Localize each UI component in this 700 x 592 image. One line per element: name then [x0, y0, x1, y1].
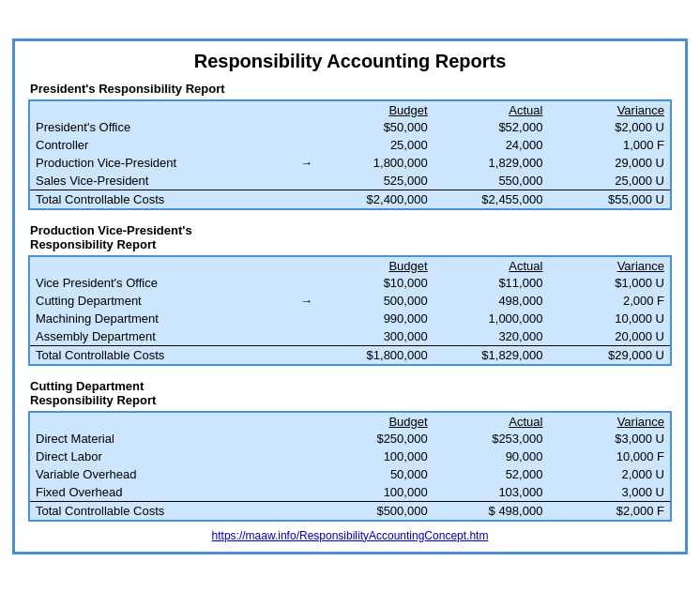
total-budget: $500,000: [318, 501, 434, 520]
row-budget: 100,000: [318, 448, 434, 465]
section2-table: Budget Actual Variance Vice President's …: [30, 257, 670, 364]
row-variance: $2,000 U: [548, 118, 670, 136]
right-arrow-icon: →: [300, 156, 312, 170]
row-actual: 103,000: [434, 483, 549, 502]
row-budget: 990,000: [318, 310, 434, 327]
row-actual: 550,000: [434, 172, 549, 190]
right-arrow-icon: →: [300, 294, 312, 308]
row-variance: 25,000 U: [548, 172, 670, 190]
row-budget: $250,000: [318, 430, 434, 448]
row-variance: 3,000 U: [548, 483, 670, 502]
row-label: Direct Labor: [30, 448, 318, 465]
total-actual: $2,455,000: [434, 190, 549, 208]
total-label: Total Controllable Costs: [30, 190, 318, 208]
row-label: Machining Department: [30, 310, 318, 327]
row-variance: $1,000 U: [548, 274, 670, 292]
section1-header-label: [30, 101, 318, 118]
table-row: Production Vice-President → 1,800,000 1,…: [30, 154, 670, 172]
row-budget: 25,000: [318, 136, 434, 154]
row-actual: 24,000: [434, 136, 549, 154]
row-variance: 10,000 U: [548, 310, 670, 327]
section1-header-budget: Budget: [318, 101, 434, 118]
section2-header-label: [30, 257, 318, 274]
row-budget: 500,000: [318, 292, 434, 310]
row-label: Cutting Department →: [30, 292, 318, 310]
section1-total-row: Total Controllable Costs $2,400,000 $2,4…: [30, 190, 670, 208]
row-variance: 2,000 F: [548, 292, 670, 310]
section2-container: Production Vice-President's Responsibili…: [28, 223, 672, 255]
total-label: Total Controllable Costs: [30, 345, 318, 364]
section1-header-variance: Variance: [548, 101, 670, 118]
table-row: Fixed Overhead 100,000 103,000 3,000 U: [30, 483, 670, 502]
row-label: President's Office: [30, 118, 318, 136]
section2-total-row: Total Controllable Costs $1,800,000 $1,8…: [30, 345, 670, 364]
row-budget: $50,000: [318, 118, 434, 136]
table-row: Direct Material $250,000 $253,000 $3,000…: [30, 430, 670, 448]
section2-header-budget: Budget: [318, 257, 434, 274]
row-budget: 300,000: [318, 327, 434, 346]
row-actual: 90,000: [434, 448, 549, 465]
total-actual: $ 498,000: [434, 501, 549, 520]
row-budget: 100,000: [318, 483, 434, 502]
row-actual: $52,000: [434, 118, 549, 136]
table-row: Sales Vice-President 525,000 550,000 25,…: [30, 172, 670, 190]
row-actual: 498,000: [434, 292, 549, 310]
table-row: Variable Overhead 50,000 52,000 2,000 U: [30, 465, 670, 483]
section3-table-wrapper: Budget Actual Variance Direct Material $…: [28, 411, 672, 522]
section1-table-wrapper: Budget Actual Variance President's Offic…: [28, 99, 672, 210]
total-variance: $55,000 U: [548, 190, 670, 208]
section1-header-row: Budget Actual Variance: [30, 101, 670, 118]
row-label: Vice President's Office: [30, 274, 318, 292]
row-label: Sales Vice-President: [30, 172, 318, 190]
row-label: Direct Material: [30, 430, 318, 448]
table-row: Machining Department 990,000 1,000,000 1…: [30, 310, 670, 327]
section2-header-variance: Variance: [548, 257, 670, 274]
row-actual: 52,000: [434, 465, 549, 483]
section3-label-container: Cutting Department Responsibility Report: [28, 379, 672, 407]
page-container: Responsibility Accounting Reports Presid…: [12, 38, 688, 554]
total-actual: $1,829,000: [434, 345, 549, 364]
table-row: President's Office $50,000 $52,000 $2,00…: [30, 118, 670, 136]
row-actual: 1,000,000: [434, 310, 549, 327]
row-label: Fixed Overhead: [30, 483, 318, 502]
row-label: Variable Overhead: [30, 465, 318, 483]
table-row: Direct Labor 100,000 90,000 10,000 F: [30, 448, 670, 465]
cutting-dept-label: Cutting Department: [36, 294, 142, 308]
section3-header-row: Budget Actual Variance: [30, 413, 670, 430]
row-actual: 1,829,000: [434, 154, 549, 172]
section2-header-actual: Actual: [434, 257, 549, 274]
row-actual: $253,000: [434, 430, 549, 448]
section2-header-row: Budget Actual Variance: [30, 257, 670, 274]
row-actual: 320,000: [434, 327, 549, 346]
section3-header-budget: Budget: [318, 413, 434, 430]
section1-label: President's Responsibility Report: [28, 82, 672, 96]
section3-table: Budget Actual Variance Direct Material $…: [30, 413, 670, 520]
table-row: Vice President's Office $10,000 $11,000 …: [30, 274, 670, 292]
bottom-link[interactable]: https://maaw.info/ResponsibilityAccounti…: [28, 529, 672, 542]
arrow-icon: Production Vice-President: [36, 156, 176, 170]
row-budget: $10,000: [318, 274, 434, 292]
section2-table-wrapper: Budget Actual Variance Vice President's …: [28, 255, 672, 366]
total-variance: $2,000 F: [548, 501, 670, 520]
table-row: Controller 25,000 24,000 1,000 F: [30, 136, 670, 154]
section3-header-actual: Actual: [434, 413, 549, 430]
total-variance: $29,000 U: [548, 345, 670, 364]
row-variance: $3,000 U: [548, 430, 670, 448]
row-label: Controller: [30, 136, 318, 154]
row-variance: 2,000 U: [548, 465, 670, 483]
row-budget: 525,000: [318, 172, 434, 190]
section1-header-actual: Actual: [434, 101, 549, 118]
table-row: Cutting Department → 500,000 498,000 2,0…: [30, 292, 670, 310]
row-budget: 1,800,000: [318, 154, 434, 172]
row-variance: 29,000 U: [548, 154, 670, 172]
row-actual: $11,000: [434, 274, 549, 292]
table-row: Assembly Department 300,000 320,000 20,0…: [30, 327, 670, 346]
row-label: Assembly Department: [30, 327, 318, 346]
row-variance: 20,000 U: [548, 327, 670, 346]
section1-table: Budget Actual Variance President's Offic…: [30, 101, 670, 208]
total-budget: $2,400,000: [318, 190, 434, 208]
total-budget: $1,800,000: [318, 345, 434, 364]
total-label: Total Controllable Costs: [30, 501, 318, 520]
section3-label: Cutting Department Responsibility Report: [28, 379, 672, 407]
row-budget: 50,000: [318, 465, 434, 483]
